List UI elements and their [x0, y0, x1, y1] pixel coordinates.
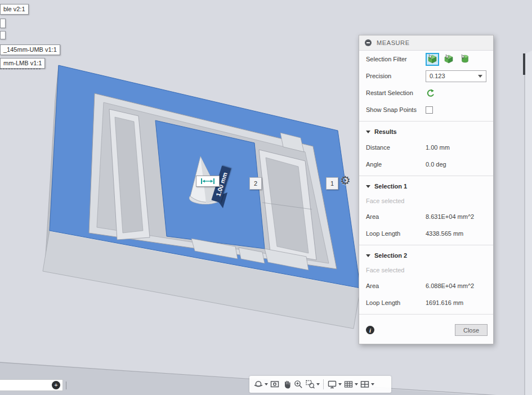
distance-row: Distance 1.00 mm	[359, 139, 493, 156]
ruler-icon	[200, 178, 215, 185]
component-label-1[interactable]: ble v2:1	[0, 4, 29, 15]
chevron-down-icon	[478, 75, 482, 78]
area-value: 6.088E+04 mm^2	[426, 282, 474, 289]
zoom-button[interactable]	[293, 378, 304, 390]
orbit-button[interactable]	[253, 378, 269, 390]
results-header-label: Results	[374, 128, 397, 135]
loop-length-value: 1691.616 mm	[426, 299, 463, 306]
focus-underline	[0, 69, 41, 69]
viewports-icon	[360, 379, 370, 389]
selection2-loop-row: Loop Length 1691.616 mm	[359, 294, 493, 311]
results-section-header[interactable]: Results	[359, 124, 493, 139]
timeline-bar: +	[0, 379, 63, 391]
show-snap-points-checkbox[interactable]	[426, 106, 433, 114]
toolbar-divider	[323, 379, 324, 389]
pan-button[interactable]	[281, 378, 292, 390]
distance-label: Distance	[366, 144, 426, 151]
restart-selection-button[interactable]	[426, 88, 435, 97]
base-plate-edge-mark	[523, 53, 525, 75]
selection1-section-header[interactable]: Selection 1	[359, 179, 493, 194]
selection-filter-row: Selection Filter	[359, 51, 493, 68]
timeline-marker-icon[interactable]: +	[52, 381, 60, 389]
dialog-title: MEASURE	[377, 39, 410, 46]
angle-value: 0.0 deg	[426, 161, 446, 168]
area-label: Area	[366, 213, 426, 220]
undo-arrow-icon	[426, 88, 435, 97]
selection2-header-label: Selection 2	[374, 252, 407, 259]
collapse-triangle-icon	[366, 131, 370, 133]
display-settings-icon	[327, 379, 337, 389]
loop-length-label: Loop Length	[366, 299, 426, 306]
chevron-down-icon[interactable]	[371, 383, 374, 385]
divider	[359, 121, 493, 122]
cube-face-icon	[427, 54, 437, 64]
angle-row: Angle 0.0 deg	[359, 156, 493, 173]
component-icon-sliver-2[interactable]	[0, 31, 6, 39]
angle-label: Angle	[366, 161, 426, 168]
selection1-loop-row: Loop Length 4338.565 mm	[359, 225, 493, 242]
selection-filter-label: Selection Filter	[366, 56, 426, 62]
collapse-triangle-icon	[366, 185, 370, 188]
precision-dropdown[interactable]: 0.123	[426, 70, 486, 82]
distance-value: 1.00 mm	[426, 144, 450, 151]
selection2-section-header[interactable]: Selection 2	[359, 248, 493, 263]
measure-dialog-footer: i Close	[359, 317, 493, 344]
selection2-area-row: Area 6.088E+04 mm^2	[359, 277, 493, 294]
restart-selection-row: Restart Selection	[359, 84, 493, 101]
chevron-down-icon[interactable]	[338, 383, 342, 385]
look-at-button[interactable]	[269, 378, 280, 390]
component-icon-sliver-1[interactable]	[0, 19, 6, 28]
selection1-area-row: Area 8.631E+04 mm^2	[359, 208, 493, 225]
divider	[359, 176, 493, 176]
precision-row: Precision 0.123	[359, 68, 493, 84]
selection-options-gear-icon[interactable]: ⚙	[340, 174, 351, 186]
grid-snap-button[interactable]	[343, 378, 359, 390]
chevron-down-icon[interactable]	[355, 383, 358, 385]
zoom-icon	[293, 379, 303, 389]
orbit-icon	[253, 379, 263, 389]
info-icon[interactable]: i	[366, 326, 374, 334]
area-value: 8.631E+04 mm^2	[426, 213, 474, 220]
loop-length-value: 4338.565 mm	[426, 230, 463, 237]
area-label: Area	[366, 282, 426, 289]
grid-icon	[343, 379, 354, 389]
filter-select-edge-button[interactable]	[442, 53, 455, 66]
measure-dialog: MEASURE Selection Filter	[359, 35, 494, 344]
measure-dialog-header[interactable]: MEASURE	[359, 35, 493, 51]
cylinder-body-icon	[460, 54, 470, 64]
close-button[interactable]: Close	[455, 324, 488, 336]
divider	[359, 245, 493, 245]
loop-length-label: Loop Length	[366, 230, 426, 237]
viewports-button[interactable]	[359, 378, 375, 390]
zoom-window-icon	[305, 379, 315, 389]
base-plate-right-face	[525, 51, 532, 395]
show-snap-points-label: Show Snap Points	[366, 106, 426, 113]
navigation-toolbar	[249, 376, 391, 393]
timeline-divider	[66, 381, 66, 389]
component-label-2[interactable]: _145mm-UMB v1:1	[0, 44, 60, 55]
pan-hand-icon	[281, 379, 292, 389]
divider	[359, 314, 493, 315]
component-label-3[interactable]: mm-LMB v1:1	[0, 58, 45, 69]
precision-label: Precision	[366, 73, 426, 79]
display-settings-button[interactable]	[327, 378, 342, 390]
zoom-window-button[interactable]	[305, 378, 320, 390]
cube-edge-icon	[444, 54, 454, 64]
restart-selection-label: Restart Selection	[366, 89, 426, 96]
look-at-icon	[270, 379, 280, 389]
selection-badge-1: 1	[326, 177, 338, 190]
selection1-header-label: Selection 1	[374, 183, 407, 190]
selection1-status: Face selected	[359, 194, 493, 208]
precision-value: 0.123	[430, 73, 445, 79]
collapse-triangle-icon	[366, 254, 370, 257]
chevron-down-icon[interactable]	[316, 383, 320, 385]
filter-select-face-button[interactable]	[426, 53, 439, 66]
drag-grip-icon[interactable]	[365, 39, 372, 46]
show-snap-points-row: Show Snap Points	[359, 101, 493, 118]
measure-tool-chip	[196, 176, 220, 187]
chevron-down-icon[interactable]	[265, 383, 268, 385]
selection-badge-2: 2	[249, 177, 262, 190]
selection2-status: Face selected	[359, 263, 493, 277]
filter-select-body-button[interactable]	[458, 53, 472, 66]
